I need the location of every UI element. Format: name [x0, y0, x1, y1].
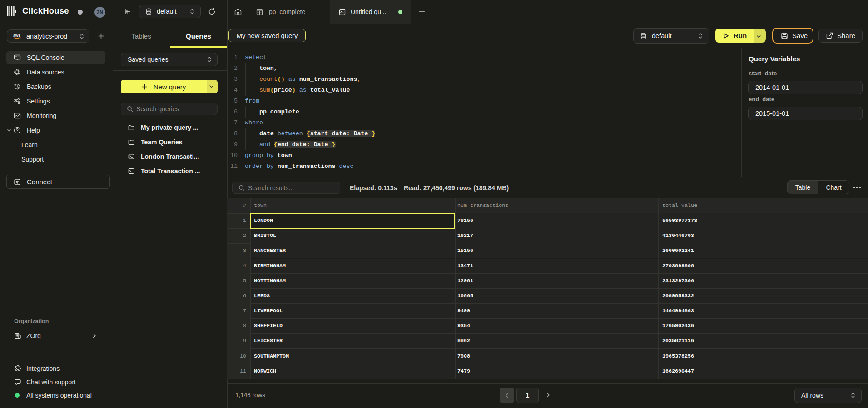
svg-text:aws: aws: [13, 33, 20, 38]
